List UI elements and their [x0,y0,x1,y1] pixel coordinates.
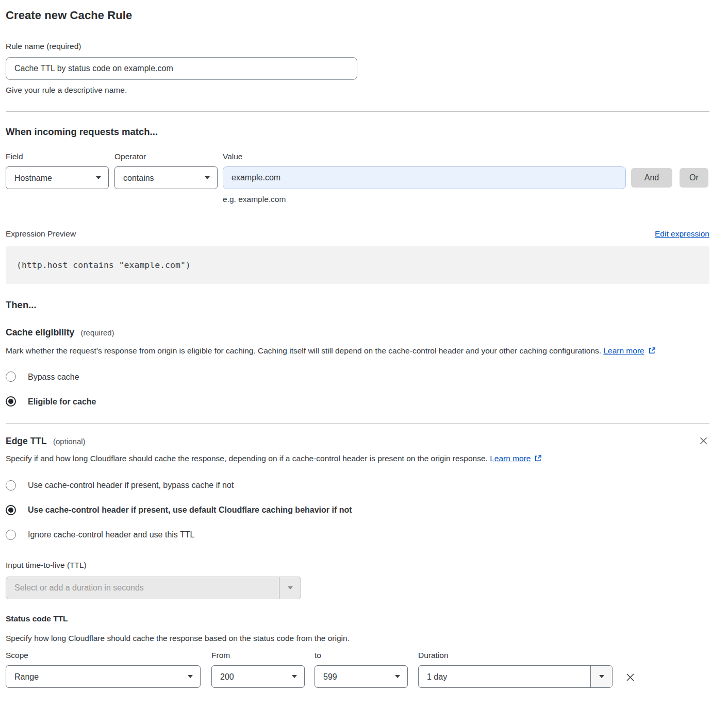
duration-column: Duration 1 day [418,650,613,688]
radio-circle-checked-icon[interactable] [6,396,16,407]
radio-circle-icon[interactable] [6,372,16,382]
value-input[interactable] [223,166,626,189]
scope-label: Scope [6,650,201,661]
from-select-value: 200 [220,671,234,683]
cache-eligibility-description: Mark whether the request’s response from… [6,345,699,358]
cache-eligibility-title: Cache eligibility [6,327,74,337]
to-select[interactable]: 599 [315,665,408,688]
field-select-value: Hostname [14,172,52,184]
ttl-duration-select: Select or add a duration in seconds [6,577,301,599]
match-heading: When incoming requests match... [6,125,709,139]
edge-ttl-close-button[interactable] [698,435,709,447]
close-icon [699,436,708,446]
external-link-icon [534,454,542,465]
section-divider [6,111,709,112]
radio-use-header-bypass[interactable]: Use cache-control header if present, byp… [6,479,709,491]
chevron-down-icon [395,675,400,678]
operator-select-value: contains [123,172,154,184]
scope-select[interactable]: Range [6,665,201,688]
radio-bypass-cache[interactable]: Bypass cache [6,371,709,383]
chevron-down-icon [292,675,297,678]
and-column: And [631,151,672,206]
close-icon [625,672,636,683]
and-button[interactable]: And [631,168,672,188]
operator-column: Operator contains [114,151,218,206]
section-divider [6,423,709,424]
value-helper: e.g. example.com [223,194,626,205]
rule-name-helper: Give your rule a descriptive name. [6,85,709,96]
chevron-down-icon [188,675,193,678]
field-column: Field Hostname [6,151,109,206]
expression-code: (http.host contains "example.com") [6,246,709,284]
operator-select[interactable]: contains [114,166,218,189]
value-label: Value [223,151,626,162]
expression-preview-header: Expression Preview Edit expression [6,228,709,240]
field-select[interactable]: Hostname [6,166,109,189]
duration-combobox[interactable]: 1 day [418,665,613,688]
edge-ttl-optional-badge: (optional) [53,437,86,446]
radio-circle-icon[interactable] [6,530,16,540]
duration-value: 1 day [419,666,590,687]
to-column: to 599 [315,650,408,688]
field-label: Field [6,151,109,162]
radio-ignore-header[interactable]: Ignore cache-control header and use this… [6,529,709,541]
chevron-down-icon [205,176,210,179]
ttl-duration-chevron-zone [279,577,301,599]
status-ttl-row: Scope Range From 200 to 599 [6,650,709,688]
to-select-value: 599 [323,671,337,683]
radio-circle-checked-icon[interactable] [6,505,16,515]
edge-ttl-description: Specify if and how long Cloudflare shoul… [6,453,575,465]
cache-eligibility-section: Cache eligibility (required) Mark whethe… [6,326,709,408]
expression-preview-label: Expression Preview [6,228,76,240]
radio-use-header-default[interactable]: Use cache-control header if present, use… [6,504,709,516]
or-column: Or [680,151,708,206]
create-cache-rule-form: Create new Cache Rule Rule name (require… [0,0,728,703]
edit-expression-link[interactable]: Edit expression [655,228,709,240]
ttl-duration-placeholder: Select or add a duration in seconds [6,577,279,599]
chevron-down-icon [288,586,293,589]
operator-label: Operator [114,151,218,162]
match-condition-row: Field Hostname Operator contains Value e… [6,151,709,206]
radio-circle-icon[interactable] [6,480,16,491]
from-label: From [211,650,305,661]
cache-eligibility-required-badge: (required) [81,328,114,337]
chevron-down-icon [599,675,604,678]
to-label: to [315,650,408,661]
from-column: From 200 [211,650,305,688]
external-link-icon [648,346,656,358]
radio-eligible-for-cache[interactable]: Eligible for cache [6,396,709,408]
page-title: Create new Cache Rule [6,7,709,24]
learn-more-link[interactable]: Learn more [490,454,531,463]
chevron-down-icon [96,176,101,179]
scope-select-value: Range [14,671,39,683]
or-button[interactable]: Or [680,168,708,188]
then-heading: Then... [6,298,709,312]
status-code-ttl-title: Status code TTL [6,613,709,624]
edge-ttl-title: Edge TTL [6,436,47,446]
from-select[interactable]: 200 [211,665,305,688]
rule-name-label: Rule name (required) [6,41,709,52]
scope-column: Scope Range [6,650,201,688]
value-column: Value e.g. example.com [223,151,626,206]
remove-row-column [624,650,637,688]
edge-ttl-section: Edge TTL (optional) Specify if and how l… [6,435,709,688]
remove-status-ttl-row-button[interactable] [624,671,637,684]
duration-label: Duration [418,650,613,661]
duration-chevron-button[interactable] [590,666,612,687]
status-code-ttl-description: Specify how long Cloudflare should cache… [6,633,709,644]
ttl-input-label: Input time-to-live (TTL) [6,560,709,571]
rule-name-input[interactable] [6,57,357,80]
learn-more-link[interactable]: Learn more [603,346,644,355]
